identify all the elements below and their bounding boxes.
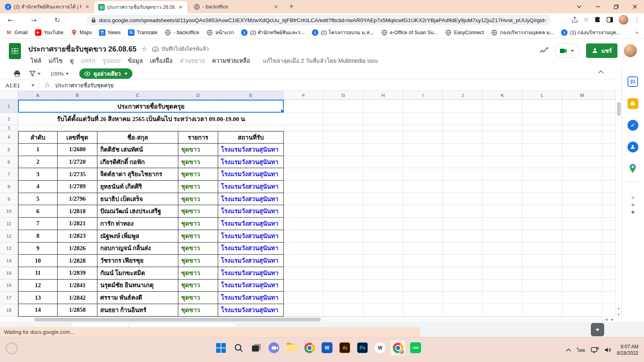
grid-cell[interactable] bbox=[602, 255, 616, 267]
task-view-icon[interactable] bbox=[248, 339, 264, 356]
table-data-cell[interactable]: ชุดขาว bbox=[178, 255, 218, 267]
grid-cell[interactable] bbox=[18, 125, 58, 131]
grid-cell[interactable] bbox=[522, 230, 562, 243]
grid-cell[interactable] bbox=[483, 267, 522, 280]
grid-cell[interactable] bbox=[602, 280, 616, 292]
column-header-I[interactable]: I bbox=[403, 91, 443, 100]
table-data-cell[interactable]: โรงแรมวังสวนสุนันทา bbox=[218, 156, 284, 169]
column-header-H[interactable]: H bbox=[363, 91, 403, 100]
grid-cell[interactable] bbox=[363, 156, 403, 169]
start-button[interactable] bbox=[213, 339, 229, 356]
table-data-cell[interactable]: 1/2720 bbox=[58, 156, 97, 169]
menu-แก้ไข[interactable]: แก้ไข bbox=[45, 55, 66, 66]
row-header-17[interactable]: 17 bbox=[0, 292, 18, 304]
grid-cell[interactable] bbox=[483, 280, 522, 292]
grid-cell[interactable] bbox=[483, 113, 522, 125]
last-edited-text[interactable]: แก้ไขล่าสุดเมื่อ 2 วันที่แล้วโดย Multime… bbox=[263, 56, 378, 65]
table-data-cell[interactable]: โรงแรมวังสวนสุนันทา bbox=[218, 181, 284, 193]
account-avatar[interactable] bbox=[624, 44, 637, 57]
table-data-cell[interactable]: 5 bbox=[18, 193, 58, 206]
grid-corner[interactable] bbox=[0, 91, 18, 100]
table-data-cell[interactable]: 1/2839 bbox=[58, 267, 97, 280]
grid-cell[interactable] bbox=[562, 100, 602, 113]
grid-cell[interactable] bbox=[403, 267, 443, 280]
grid-cell[interactable] bbox=[363, 131, 403, 144]
table-data-cell[interactable]: เกียรติศักดิ์ กอฟัก bbox=[97, 156, 178, 169]
scroll-up-icon[interactable]: ▲ bbox=[616, 305, 621, 311]
grid-cell[interactable] bbox=[403, 131, 443, 144]
grid-cell[interactable] bbox=[403, 125, 443, 131]
grid-cell[interactable] bbox=[363, 280, 403, 292]
grid-cell[interactable] bbox=[284, 193, 324, 206]
view-only-button[interactable]: ดูอย่างเดียว bbox=[79, 68, 132, 79]
grid-cell[interactable] bbox=[324, 100, 363, 113]
grid-cell[interactable] bbox=[562, 181, 602, 193]
table-data-cell[interactable]: 3 bbox=[18, 168, 58, 181]
grid-cell[interactable] bbox=[483, 292, 522, 304]
table-data-cell[interactable]: โรงแรมวังสวนสุนันทา bbox=[218, 205, 284, 218]
table-data-cell[interactable]: ชุดขาว bbox=[178, 280, 218, 292]
maps-icon[interactable] bbox=[627, 162, 639, 175]
table-data-cell[interactable]: ธนาธิป เป็ดเสร็จ bbox=[97, 193, 178, 206]
tab-search-icon[interactable] bbox=[570, 0, 588, 13]
grid-cell[interactable] bbox=[284, 304, 324, 317]
grid-cell[interactable] bbox=[562, 144, 602, 156]
forward-icon[interactable]: → bbox=[28, 16, 39, 24]
grid-cell[interactable] bbox=[602, 243, 616, 255]
restore-button[interactable] bbox=[607, 0, 625, 13]
grid-cell[interactable] bbox=[522, 125, 562, 131]
grid-cell[interactable] bbox=[324, 181, 363, 193]
grid-cell[interactable] bbox=[443, 255, 483, 267]
calendar-icon[interactable]: 31 bbox=[627, 76, 639, 88]
table-data-cell[interactable]: 1/2841 bbox=[58, 280, 97, 292]
table-data-cell[interactable]: สนธยา ก้านอินทร์ bbox=[97, 304, 178, 317]
grid-cell[interactable] bbox=[443, 304, 483, 317]
table-data-cell[interactable]: 2 bbox=[18, 156, 58, 169]
scrollbar-thumb[interactable] bbox=[34, 318, 321, 321]
grid-cell[interactable] bbox=[284, 100, 324, 113]
extensions-icon[interactable] bbox=[594, 16, 601, 23]
grid-cell[interactable] bbox=[324, 218, 363, 230]
table-data-cell[interactable]: 1 bbox=[18, 144, 58, 156]
table-data-cell[interactable]: 1/2789 bbox=[58, 181, 97, 193]
column-header-L[interactable]: L bbox=[522, 91, 562, 100]
table-data-cell[interactable]: ชุดขาว bbox=[178, 292, 218, 304]
table-data-cell[interactable]: 1/2735 bbox=[58, 168, 97, 181]
bookmark-item[interactable]: หน้าแรก bbox=[206, 29, 234, 37]
grid-cell[interactable] bbox=[522, 193, 562, 206]
grid-cell[interactable] bbox=[483, 243, 522, 255]
row-header-6[interactable]: 6 bbox=[0, 156, 18, 169]
grid-cell[interactable] bbox=[562, 280, 602, 292]
grid-cell[interactable] bbox=[324, 193, 363, 206]
grid-cell[interactable] bbox=[403, 113, 443, 125]
grid-cell[interactable] bbox=[483, 193, 522, 206]
column-header-M[interactable]: M bbox=[562, 91, 602, 100]
grid-cell[interactable] bbox=[562, 292, 602, 304]
row-header-18[interactable]: 18 bbox=[0, 304, 18, 317]
menu-ส่วนขยาย[interactable]: ส่วนขยาย bbox=[177, 55, 208, 66]
back-icon[interactable]: ← bbox=[5, 16, 16, 24]
grid-cell[interactable] bbox=[363, 243, 403, 255]
grid-cell[interactable] bbox=[403, 193, 443, 206]
grid-cell[interactable] bbox=[403, 230, 443, 243]
column-header-D[interactable]: D bbox=[178, 91, 218, 100]
grid-cell[interactable] bbox=[284, 205, 324, 218]
grid-cell[interactable] bbox=[522, 243, 562, 255]
grid-cell[interactable] bbox=[483, 168, 522, 181]
column-header-F[interactable]: F bbox=[284, 91, 324, 100]
volume-icon[interactable] bbox=[605, 347, 611, 353]
grid-cell[interactable] bbox=[97, 125, 178, 131]
grid-cell[interactable] bbox=[602, 144, 616, 156]
bookmark-item[interactable]: MGmail bbox=[6, 29, 28, 36]
grid-cell[interactable] bbox=[562, 113, 602, 125]
grid-cell[interactable] bbox=[602, 113, 616, 125]
table-data-cell[interactable]: ชุดขาว bbox=[178, 193, 218, 206]
grid-cell[interactable] bbox=[483, 156, 522, 169]
grid-cell[interactable] bbox=[284, 125, 324, 131]
table-data-cell[interactable]: กอบกาญจน์ กลิ่นส่ง bbox=[97, 243, 178, 255]
grid-cell[interactable] bbox=[363, 144, 403, 156]
table-data-cell[interactable]: 1/2821 bbox=[58, 218, 97, 230]
grid-cell[interactable] bbox=[602, 304, 616, 317]
illustrator-icon[interactable]: Ai bbox=[336, 339, 353, 356]
grid-cell[interactable] bbox=[363, 292, 403, 304]
